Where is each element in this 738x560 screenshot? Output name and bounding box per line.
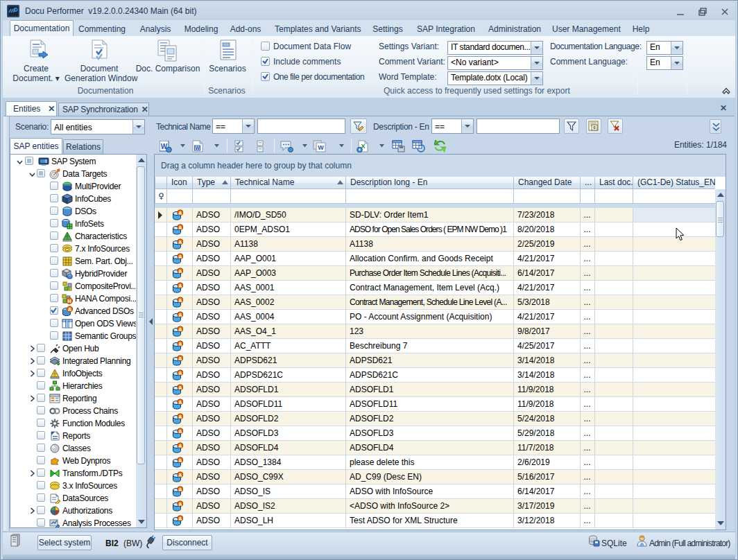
svg-text:A: A xyxy=(178,502,182,507)
svg-text:A: A xyxy=(178,356,182,361)
svg-text:H: H xyxy=(67,299,71,304)
svg-text:A: A xyxy=(178,487,182,492)
svg-text:A: A xyxy=(178,444,182,448)
svg-text:W: W xyxy=(195,146,200,150)
svg-text:A: A xyxy=(178,414,182,419)
svg-text:A: A xyxy=(178,298,182,303)
svg-text:W: W xyxy=(318,144,324,151)
svg-text:A: A xyxy=(178,313,182,317)
svg-text:A: A xyxy=(178,400,182,405)
svg-text:A: A xyxy=(178,385,182,390)
svg-text:A: A xyxy=(178,225,182,230)
svg-text:A: A xyxy=(178,371,182,376)
svg-text:A: A xyxy=(178,327,182,332)
svg-text:A: A xyxy=(68,307,71,312)
svg-text:A: A xyxy=(178,211,182,216)
svg-text:A: A xyxy=(178,269,182,274)
svg-text:A: A xyxy=(178,473,182,478)
svg-text:A: A xyxy=(178,429,182,434)
svg-text:A: A xyxy=(178,240,182,245)
svg-text:A: A xyxy=(178,516,182,521)
svg-text:A: A xyxy=(178,342,182,347)
svg-text:A: A xyxy=(178,254,182,259)
svg-text:A: A xyxy=(178,283,182,288)
svg-text:A: A xyxy=(178,458,182,463)
